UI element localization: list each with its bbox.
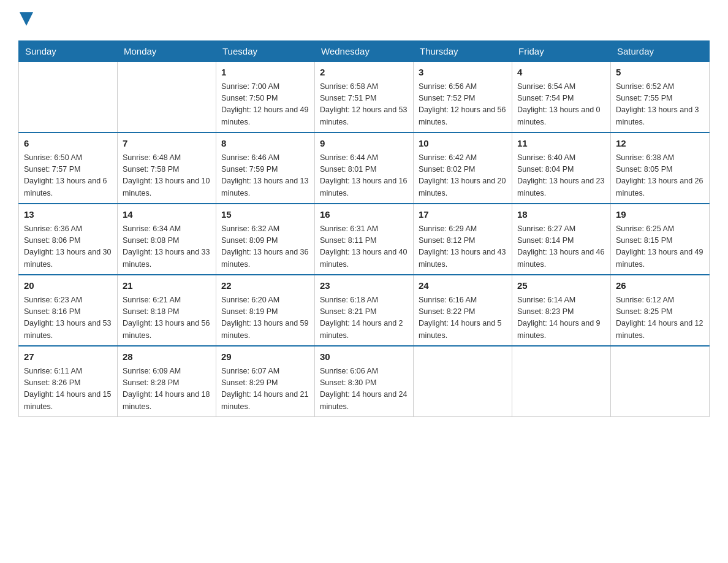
calendar-table: SundayMondayTuesdayWednesdayThursdayFrid… <box>18 40 710 417</box>
day-number: 9 <box>320 137 408 151</box>
day-number: 16 <box>320 208 408 222</box>
calendar-cell: 22Sunrise: 6:20 AMSunset: 8:19 PMDayligh… <box>216 275 315 346</box>
calendar-cell <box>512 346 611 417</box>
calendar-cell: 14Sunrise: 6:34 AMSunset: 8:08 PMDayligh… <box>118 204 216 275</box>
weekday-header-tuesday: Tuesday <box>216 41 315 62</box>
day-info: Sunrise: 6:58 AMSunset: 7:51 PMDaylight:… <box>320 81 408 129</box>
day-info: Sunrise: 6:56 AMSunset: 7:52 PMDaylight:… <box>419 81 507 129</box>
day-info: Sunrise: 6:18 AMSunset: 8:21 PMDaylight:… <box>320 294 408 342</box>
day-number: 25 <box>517 279 605 293</box>
calendar-cell: 2Sunrise: 6:58 AMSunset: 7:51 PMDaylight… <box>315 62 414 133</box>
day-number: 20 <box>24 279 112 293</box>
day-info: Sunrise: 6:40 AMSunset: 8:04 PMDaylight:… <box>517 152 605 200</box>
day-number: 8 <box>221 137 309 151</box>
day-info: Sunrise: 6:21 AMSunset: 8:18 PMDaylight:… <box>123 294 211 342</box>
calendar-cell: 17Sunrise: 6:29 AMSunset: 8:12 PMDayligh… <box>414 204 512 275</box>
day-info: Sunrise: 6:38 AMSunset: 8:05 PMDaylight:… <box>616 152 704 200</box>
calendar-cell: 5Sunrise: 6:52 AMSunset: 7:55 PMDaylight… <box>611 62 710 133</box>
day-info: Sunrise: 6:11 AMSunset: 8:26 PMDaylight:… <box>24 366 112 413</box>
day-info: Sunrise: 6:42 AMSunset: 8:02 PMDaylight:… <box>419 152 507 200</box>
day-number: 27 <box>24 350 112 364</box>
day-info: Sunrise: 6:50 AMSunset: 7:57 PMDaylight:… <box>24 152 112 200</box>
day-number: 5 <box>616 66 704 80</box>
day-number: 14 <box>123 208 211 222</box>
calendar-cell: 1Sunrise: 7:00 AMSunset: 7:50 PMDaylight… <box>216 62 315 133</box>
day-number: 2 <box>320 66 408 80</box>
day-info: Sunrise: 6:34 AMSunset: 8:08 PMDaylight:… <box>123 223 211 271</box>
day-number: 21 <box>123 279 211 293</box>
calendar-week-row: 6Sunrise: 6:50 AMSunset: 7:57 PMDaylight… <box>19 132 710 204</box>
calendar-cell: 26Sunrise: 6:12 AMSunset: 8:25 PMDayligh… <box>611 275 710 346</box>
day-number: 19 <box>616 208 704 222</box>
day-number: 18 <box>517 208 605 222</box>
calendar-cell: 30Sunrise: 6:06 AMSunset: 8:30 PMDayligh… <box>315 346 414 417</box>
day-number: 1 <box>221 66 309 80</box>
day-info: Sunrise: 6:23 AMSunset: 8:16 PMDaylight:… <box>24 294 112 342</box>
day-number: 24 <box>419 279 507 293</box>
day-info: Sunrise: 6:46 AMSunset: 7:59 PMDaylight:… <box>221 152 309 200</box>
day-number: 13 <box>24 208 112 222</box>
calendar-cell: 10Sunrise: 6:42 AMSunset: 8:02 PMDayligh… <box>414 132 512 204</box>
calendar-cell: 20Sunrise: 6:23 AMSunset: 8:16 PMDayligh… <box>19 275 118 346</box>
calendar-cell: 3Sunrise: 6:56 AMSunset: 7:52 PMDaylight… <box>414 62 512 133</box>
calendar-cell <box>414 346 512 417</box>
calendar-cell: 25Sunrise: 6:14 AMSunset: 8:23 PMDayligh… <box>512 275 611 346</box>
calendar-cell: 24Sunrise: 6:16 AMSunset: 8:22 PMDayligh… <box>414 275 512 346</box>
day-number: 28 <box>123 350 211 364</box>
calendar-cell <box>118 62 216 133</box>
calendar-cell: 28Sunrise: 6:09 AMSunset: 8:28 PMDayligh… <box>118 346 216 417</box>
weekday-header-friday: Friday <box>512 41 611 62</box>
day-number: 30 <box>320 350 408 364</box>
day-info: Sunrise: 6:44 AMSunset: 8:01 PMDaylight:… <box>320 152 408 200</box>
calendar-cell: 11Sunrise: 6:40 AMSunset: 8:04 PMDayligh… <box>512 132 611 204</box>
day-number: 29 <box>221 350 309 364</box>
day-number: 17 <box>419 208 507 222</box>
day-info: Sunrise: 6:31 AMSunset: 8:11 PMDaylight:… <box>320 223 408 271</box>
calendar-week-row: 27Sunrise: 6:11 AMSunset: 8:26 PMDayligh… <box>19 346 710 417</box>
day-info: Sunrise: 6:48 AMSunset: 7:58 PMDaylight:… <box>123 152 211 200</box>
day-number: 3 <box>419 66 507 80</box>
calendar-cell <box>19 62 118 133</box>
day-info: Sunrise: 6:06 AMSunset: 8:30 PMDaylight:… <box>320 366 408 413</box>
weekday-header-sunday: Sunday <box>19 41 118 62</box>
day-info: Sunrise: 6:20 AMSunset: 8:19 PMDaylight:… <box>221 294 309 342</box>
calendar-cell: 21Sunrise: 6:21 AMSunset: 8:18 PMDayligh… <box>118 275 216 346</box>
weekday-header-saturday: Saturday <box>611 41 710 62</box>
weekday-header-thursday: Thursday <box>414 41 512 62</box>
page-header <box>18 12 710 28</box>
calendar-week-row: 1Sunrise: 7:00 AMSunset: 7:50 PMDaylight… <box>19 62 710 133</box>
day-number: 6 <box>24 137 112 151</box>
svg-marker-0 <box>20 12 33 26</box>
day-info: Sunrise: 7:00 AMSunset: 7:50 PMDaylight:… <box>221 81 309 129</box>
calendar-cell: 12Sunrise: 6:38 AMSunset: 8:05 PMDayligh… <box>611 132 710 204</box>
day-number: 22 <box>221 279 309 293</box>
day-info: Sunrise: 6:16 AMSunset: 8:22 PMDaylight:… <box>419 294 507 342</box>
day-number: 15 <box>221 208 309 222</box>
calendar-cell: 27Sunrise: 6:11 AMSunset: 8:26 PMDayligh… <box>19 346 118 417</box>
calendar-cell: 15Sunrise: 6:32 AMSunset: 8:09 PMDayligh… <box>216 204 315 275</box>
calendar-cell: 7Sunrise: 6:48 AMSunset: 7:58 PMDaylight… <box>118 132 216 204</box>
calendar-cell: 6Sunrise: 6:50 AMSunset: 7:57 PMDaylight… <box>19 132 118 204</box>
calendar-cell: 23Sunrise: 6:18 AMSunset: 8:21 PMDayligh… <box>315 275 414 346</box>
calendar-cell: 13Sunrise: 6:36 AMSunset: 8:06 PMDayligh… <box>19 204 118 275</box>
calendar-cell: 4Sunrise: 6:54 AMSunset: 7:54 PMDaylight… <box>512 62 611 133</box>
calendar-cell: 29Sunrise: 6:07 AMSunset: 8:29 PMDayligh… <box>216 346 315 417</box>
logo-triangle-icon <box>20 12 33 26</box>
day-number: 12 <box>616 137 704 151</box>
day-number: 23 <box>320 279 408 293</box>
calendar-cell <box>611 346 710 417</box>
calendar-week-row: 13Sunrise: 6:36 AMSunset: 8:06 PMDayligh… <box>19 204 710 275</box>
logo <box>18 12 33 28</box>
day-info: Sunrise: 6:54 AMSunset: 7:54 PMDaylight:… <box>517 81 605 129</box>
calendar-week-row: 20Sunrise: 6:23 AMSunset: 8:16 PMDayligh… <box>19 275 710 346</box>
calendar-cell: 19Sunrise: 6:25 AMSunset: 8:15 PMDayligh… <box>611 204 710 275</box>
calendar-cell: 16Sunrise: 6:31 AMSunset: 8:11 PMDayligh… <box>315 204 414 275</box>
day-info: Sunrise: 6:09 AMSunset: 8:28 PMDaylight:… <box>123 366 211 413</box>
weekday-header-row: SundayMondayTuesdayWednesdayThursdayFrid… <box>19 41 710 62</box>
weekday-header-monday: Monday <box>118 41 216 62</box>
day-number: 4 <box>517 66 605 80</box>
day-number: 10 <box>419 137 507 151</box>
calendar-cell: 18Sunrise: 6:27 AMSunset: 8:14 PMDayligh… <box>512 204 611 275</box>
day-info: Sunrise: 6:27 AMSunset: 8:14 PMDaylight:… <box>517 223 605 271</box>
day-info: Sunrise: 6:36 AMSunset: 8:06 PMDaylight:… <box>24 223 112 271</box>
